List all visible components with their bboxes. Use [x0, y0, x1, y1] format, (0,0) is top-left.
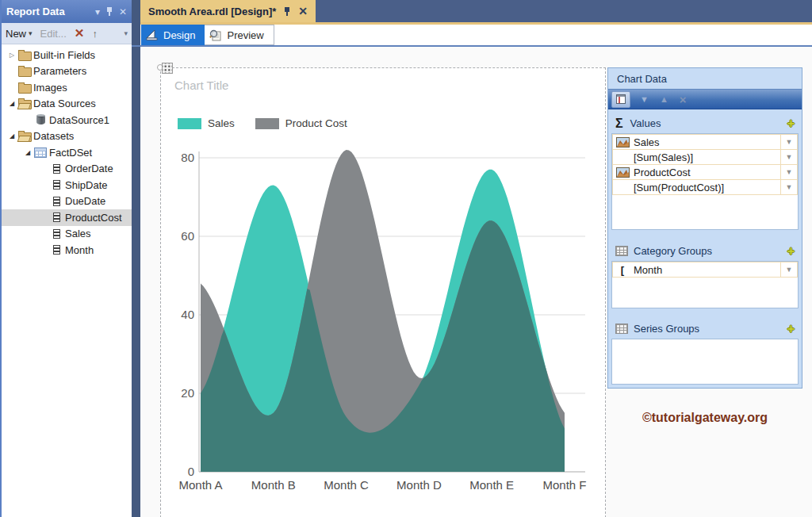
move-down-icon[interactable]: ▼ [640, 94, 649, 104]
folder-open-icon [18, 100, 32, 109]
y-tick-label: 0 [188, 465, 194, 478]
pin-icon[interactable] [105, 6, 113, 17]
design-icon [146, 29, 159, 40]
tree-item-factdset[interactable]: ◢FactDSet [2, 144, 132, 161]
tree-item-label: DueDate [65, 195, 105, 207]
dropdown-icon[interactable]: ▼ [780, 262, 797, 277]
tree-item-label: Parameters [33, 65, 86, 77]
values-row-productcost[interactable]: ProductCost▼ [612, 164, 798, 180]
edit-button[interactable]: Edit... [40, 28, 67, 40]
database-icon [36, 115, 45, 124]
move-up-icon[interactable]: ↑ [92, 28, 98, 40]
tree-item-parameters[interactable]: Parameters [2, 63, 132, 80]
collapse-icon[interactable]: ◢ [6, 132, 17, 140]
tree-item-productcost[interactable]: ProductCost [2, 209, 132, 226]
design-tab-button[interactable]: Design [141, 25, 205, 45]
expand-icon[interactable]: ▷ [6, 52, 17, 59]
chart-data-pane-body: Σ Values + Sales▼[Sum(Sales)]▼ProductCos… [608, 109, 802, 385]
folder-icon [18, 67, 32, 77]
collapse-icon[interactable]: ◢ [22, 149, 33, 156]
tree-item-images[interactable]: Images [2, 79, 132, 96]
tree-item-label: ShipDate [65, 179, 107, 191]
report-data-panel: Report Data ▾ ✕ New ▾ Edit... ✕ ↑ ▾ ▷Bui… [0, 0, 132, 517]
x-tick-label: Month D [396, 478, 442, 492]
window-menu-icon[interactable]: ▾ [95, 6, 100, 17]
tree-item-datasource1[interactable]: DataSource1 [2, 112, 132, 128]
close-icon[interactable]: ✕ [119, 6, 127, 17]
values-row-label: [Sum(ProductCost)] [613, 182, 780, 193]
tree-item-data-sources[interactable]: ◢Data Sources [2, 96, 132, 113]
tree-item-label: Datasets [33, 130, 74, 142]
new-dropdown-icon[interactable]: ▾ [29, 29, 33, 37]
tree-item-orderdate[interactable]: OrderDate [2, 161, 132, 178]
dropdown-icon[interactable]: ▼ [780, 150, 797, 164]
report-data-header: Report Data ▾ ✕ [2, 0, 132, 23]
toolbar-overflow-icon[interactable]: ▾ [124, 29, 128, 37]
tree-item-label: Built-in Fields [33, 49, 95, 61]
x-tick-label: Month E [469, 478, 514, 492]
delete-icon[interactable]: × [680, 93, 687, 106]
collapse-icon[interactable]: ◢ [6, 100, 17, 107]
y-tick-label: 40 [181, 308, 194, 321]
y-tick-label: 80 [181, 151, 194, 164]
tree-item-duedate[interactable]: DueDate [2, 193, 132, 210]
ssrs-report-designer: Report Data ▾ ✕ New ▾ Edit... ✕ ↑ ▾ ▷Bui… [0, 0, 812, 517]
chart-plot[interactable]: 020406080Month AMonth BMonth CMonth DMon… [161, 68, 605, 517]
preview-icon [209, 29, 222, 41]
values-row-sales[interactable]: Sales▼ [612, 134, 798, 150]
dropdown-icon[interactable]: ▼ [780, 165, 797, 179]
table-icon [34, 147, 47, 158]
values-row-label: ProductCost [632, 167, 780, 178]
x-tick-label: Month B [251, 478, 296, 492]
field-icon [53, 213, 60, 222]
design-surface: Chart Title SalesProduct Cost 020406080M… [140, 47, 812, 517]
dropdown-icon[interactable]: ▼ [780, 135, 797, 149]
tree-item-label: DataSource1 [49, 114, 109, 126]
category-group-row-month[interactable]: [Month▼ [612, 262, 798, 278]
properties-button[interactable] [611, 91, 630, 108]
delete-icon[interactable]: ✕ [75, 26, 85, 40]
field-icon [53, 164, 60, 174]
series-groups-icon [615, 324, 628, 334]
area-series-icon [613, 137, 632, 147]
new-button[interactable]: New [6, 28, 26, 40]
tab-pin-icon[interactable] [283, 6, 291, 17]
tree-item-label: ProductCost [65, 212, 122, 224]
category-groups-icon [615, 246, 628, 256]
move-up-icon[interactable]: ▲ [660, 94, 668, 104]
tree-item-datasets[interactable]: ◢Datasets [2, 128, 132, 145]
category-groups-header: Category Groups + [611, 241, 799, 261]
add-value-icon[interactable]: + [787, 117, 795, 131]
field-icon [53, 197, 60, 206]
chart-data-pane-header: Chart Data [608, 68, 802, 89]
category-groups-list: [Month▼ [611, 261, 799, 308]
tree-item-shipdate[interactable]: ShipDate [2, 177, 132, 193]
x-tick-label: Month A [178, 478, 222, 492]
document-tab[interactable]: Smooth Area.rdl [Design]* ✕ [140, 0, 316, 22]
values-row-sum-productcost[interactable]: [Sum(ProductCost)]▼ [612, 179, 798, 195]
add-category-group-icon[interactable]: + [787, 244, 795, 258]
tree-item-sales[interactable]: Sales [2, 226, 132, 243]
x-tick-label: Month F [542, 478, 586, 492]
tree-item-built-in-fields[interactable]: ▷Built-in Fields [2, 47, 132, 63]
field-icon [53, 245, 60, 255]
category-group-row-label: Month [632, 264, 780, 276]
chart-object[interactable]: Chart Title SalesProduct Cost 020406080M… [160, 67, 606, 517]
dropdown-icon[interactable]: ▼ [780, 180, 797, 194]
chart-data-pane-toolbar: ▼ ▲ × [608, 89, 802, 109]
chart-data-pane-title: Chart Data [617, 73, 667, 85]
preview-tab-button[interactable]: Preview [205, 25, 274, 45]
values-row-sum-sales[interactable]: [Sum(Sales)]▼ [612, 149, 798, 165]
design-label: Design [163, 29, 195, 41]
watermark: ©tutorialgateway.org [607, 411, 802, 425]
tree-item-label: Month [65, 244, 94, 256]
tab-close-icon[interactable]: ✕ [298, 5, 308, 17]
values-section-label: Values [630, 117, 661, 129]
panel-splitter[interactable] [132, 0, 140, 517]
tree-item-month[interactable]: Month [2, 242, 132, 258]
document-tab-strip: Smooth Area.rdl [Design]* ✕ [140, 0, 812, 22]
folder-open-icon [18, 132, 32, 142]
field-icon [53, 180, 60, 190]
add-series-group-icon[interactable]: + [787, 322, 795, 336]
tree-item-label: OrderDate [65, 163, 113, 174]
